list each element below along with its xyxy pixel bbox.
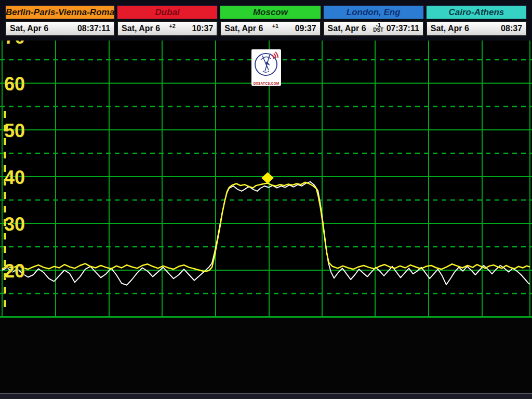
reference-trace <box>2 182 530 285</box>
satellite-dish-icon <box>251 49 281 79</box>
clock-panel-2: DubaiSat, Apr 6+210:37 <box>117 5 218 41</box>
clock-panel-5: Cairo-AthensSat, Apr 608:37 <box>426 5 527 41</box>
clock-time: 09:37 <box>295 24 316 33</box>
clock-datetime-row: Sat, Apr 6+109:37 <box>220 21 321 36</box>
clock-time: 08:37 <box>501 24 522 33</box>
y-axis-label-20: 20 <box>4 262 41 281</box>
clock-date: Sat, Apr 6 <box>431 24 469 33</box>
clock-date: Sat, Apr 6 <box>224 24 263 33</box>
clock-city-label: London, Eng <box>323 5 424 19</box>
clock-panel-1: Berlin-Paris-Vienna-RomaSat, Apr 608:37:… <box>5 5 115 41</box>
clock-panel-4: London, EngSat, Apr 6-1DST07:37:11 <box>323 5 424 41</box>
y-axis-label-30: 30 <box>4 215 41 234</box>
peak-marker-diamond <box>261 172 274 184</box>
y-axis-label-40: 40 <box>4 168 41 187</box>
utc-offset: +1 <box>272 23 279 29</box>
clock-datetime-row: Sat, Apr 608:37 <box>426 21 527 36</box>
clock-city-label: Cairo-Athens <box>426 5 527 19</box>
clock-date: Sat, Apr 6 <box>10 24 48 33</box>
clock-date: Sat, Apr 6 <box>328 24 366 33</box>
clock-time: 08:37:11 <box>77 24 110 33</box>
bottom-bezel-strip <box>0 393 532 399</box>
clock-datetime-row: Sat, Apr 6-1DST07:37:11 <box>323 21 424 36</box>
spectrum-analyzer-screen: Berlin-Paris-Vienna-RomaSat, Apr 608:37:… <box>0 0 532 399</box>
clock-time: 10:37 <box>192 24 213 33</box>
world-clock-bar: Berlin-Paris-Vienna-RomaSat, Apr 608:37:… <box>0 0 532 41</box>
clock-time: 07:37:11 <box>387 24 419 33</box>
left-band-marker <box>4 111 6 312</box>
clock-panel-3: MoscowSat, Apr 6+109:37 <box>220 5 321 41</box>
dxsatcs-logo: DXSATCS.COM <box>251 49 281 86</box>
y-axis-label-60: 60 <box>4 75 41 94</box>
utc-offset: -1DST <box>373 22 383 32</box>
logo-text: DXSATCS.COM <box>251 82 281 86</box>
clock-datetime-row: Sat, Apr 6+210:37 <box>117 21 218 36</box>
clock-datetime-row: Sat, Apr 608:37:11 <box>5 21 115 36</box>
clock-city-label: Dubai <box>117 5 218 19</box>
spectrum-chart: 706050403020 DXSATCS.COM <box>0 36 532 318</box>
y-axis-label-50: 50 <box>4 122 41 140</box>
clock-city-label: Berlin-Paris-Vienna-Roma <box>5 5 115 19</box>
utc-offset: +2 <box>169 23 176 29</box>
clock-city-label: Moscow <box>220 5 321 19</box>
readout-panel: SP 500KHz 9 kHzW 11689.042 MHz. Pwr 49.4… <box>0 318 532 393</box>
live-trace <box>2 182 530 272</box>
clock-date: Sat, Apr 6 <box>122 24 160 33</box>
